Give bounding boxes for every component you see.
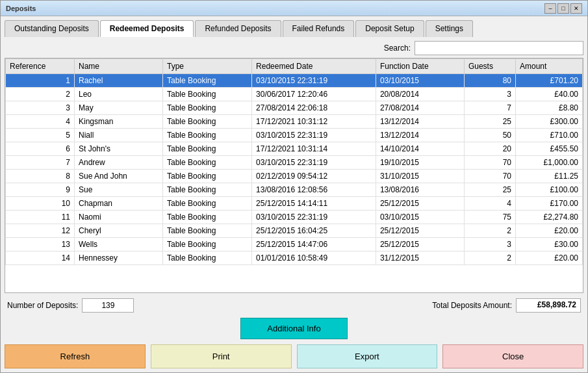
table-cell: £300.00: [516, 115, 583, 129]
table-cell: £2,274.80: [516, 211, 583, 224]
table-cell: Cheryl: [75, 224, 163, 238]
table-header: Reference Name Type Redeemed Date Functi…: [6, 59, 583, 74]
table-cell: 4: [6, 115, 75, 129]
minimize-button[interactable]: –: [544, 3, 556, 14]
table-cell: 2: [6, 88, 75, 101]
print-button[interactable]: Print: [151, 344, 292, 368]
table-row[interactable]: 3MayTable Booking27/08/2014 22:06:1827/0…: [6, 101, 583, 115]
table-row[interactable]: 8Sue And JohnTable Booking02/12/2019 09:…: [6, 170, 583, 183]
table-cell: 2: [464, 251, 515, 265]
table-cell: 27/08/2014 22:06:18: [252, 101, 376, 115]
maximize-button[interactable]: □: [557, 3, 569, 14]
table-cell: £30.00: [516, 238, 583, 251]
table-cell: 20/08/2014: [376, 88, 464, 101]
table-row[interactable]: 11NaomiTable Booking03/10/2015 22:31:190…: [6, 211, 583, 224]
table-row[interactable]: 5NiallTable Booking03/10/2015 22:31:1913…: [6, 129, 583, 142]
table-cell: Table Booking: [163, 115, 252, 129]
table-cell: 13/12/2014: [376, 115, 464, 129]
additional-info-button[interactable]: Additional Info: [240, 318, 347, 339]
table-row[interactable]: 9SueTable Booking13/08/2016 12:08:5613/0…: [6, 183, 583, 197]
col-amount: Amount: [516, 59, 583, 74]
table-cell: 31/10/2015: [376, 170, 464, 183]
table-cell: Table Booking: [163, 224, 252, 238]
total-deposits-label: Total Deposits Amount:: [432, 301, 512, 310]
table-cell: 03/10/2015 22:31:19: [252, 156, 376, 170]
table-cell: Hennessey: [75, 251, 163, 265]
search-label: Search:: [384, 44, 411, 53]
table-cell: 25/12/2015 14:47:06: [252, 238, 376, 251]
table-cell: 3: [6, 101, 75, 115]
table-cell: £455.50: [516, 142, 583, 156]
table-row[interactable]: 4KingsmanTable Booking17/12/2021 10:31:1…: [6, 115, 583, 129]
table-cell: Table Booking: [163, 183, 252, 197]
col-name: Name: [75, 59, 163, 74]
num-deposits-label: Number of Deposits:: [7, 301, 78, 310]
table-cell: Table Booking: [163, 156, 252, 170]
table-cell: 3: [464, 88, 515, 101]
table-cell: 50: [464, 129, 515, 142]
refresh-button[interactable]: Refresh: [5, 344, 146, 368]
table-row[interactable]: 2LeoTable Booking30/06/2017 12:20:4620/0…: [6, 88, 583, 101]
tab-refunded-deposits[interactable]: Refunded Deposits: [195, 20, 281, 37]
table-cell: 13/08/2016: [376, 183, 464, 197]
table-cell: £170.00: [516, 197, 583, 211]
table-cell: 13/12/2014: [376, 129, 464, 142]
title-bar: Deposits – □ ✕: [1, 1, 587, 16]
table-cell: £40.00: [516, 88, 583, 101]
tab-outstanding-deposits[interactable]: Outstanding Deposits: [5, 20, 99, 37]
table-cell: Naomi: [75, 211, 163, 224]
table-row[interactable]: 6St John'sTable Booking17/12/2021 10:31:…: [6, 142, 583, 156]
table-cell: 13: [6, 238, 75, 251]
deposits-table-container: Reference Name Type Redeemed Date Functi…: [5, 58, 583, 293]
table-cell: £20.00: [516, 251, 583, 265]
table-cell: Table Booking: [163, 211, 252, 224]
footer-info: Number of Deposits: Total Deposits Amoun…: [5, 297, 583, 314]
table-cell: Kingsman: [75, 115, 163, 129]
table-cell: Table Booking: [163, 129, 252, 142]
table-cell: 01/01/2016 10:58:49: [252, 251, 376, 265]
table-cell: £1,000.00: [516, 156, 583, 170]
close-button[interactable]: Close: [442, 344, 583, 368]
close-window-button[interactable]: ✕: [570, 3, 582, 14]
tab-settings[interactable]: Settings: [426, 20, 473, 37]
table-row[interactable]: 13WellsTable Booking25/12/2015 14:47:062…: [6, 238, 583, 251]
table-cell: 25/12/2015: [376, 238, 464, 251]
search-input[interactable]: [415, 41, 583, 55]
export-button[interactable]: Export: [297, 344, 438, 368]
table-cell: Table Booking: [163, 88, 252, 101]
table-cell: 3: [464, 238, 515, 251]
tab-redeemed-deposits[interactable]: Redeemed Deposits: [100, 20, 194, 37]
table-cell: Table Booking: [163, 251, 252, 265]
total-deposits-value: £58,898.72: [516, 298, 581, 313]
tab-deposit-setup[interactable]: Deposit Setup: [355, 20, 424, 37]
table-cell: Table Booking: [163, 101, 252, 115]
table-cell: 7: [6, 156, 75, 170]
content-area: Outstanding Deposits Redeemed Deposits R…: [1, 16, 587, 372]
table-cell: Table Booking: [163, 197, 252, 211]
table-cell: £11.25: [516, 170, 583, 183]
table-cell: 27/08/2014: [376, 101, 464, 115]
table-cell: 12: [6, 224, 75, 238]
table-cell: 80: [464, 74, 515, 88]
table-cell: 6: [6, 142, 75, 156]
table-row[interactable]: 14HennesseyTable Booking01/01/2016 10:58…: [6, 251, 583, 265]
table-cell: 25/12/2015: [376, 197, 464, 211]
table-cell: Rachel: [75, 74, 163, 88]
table-row[interactable]: 12CherylTable Booking25/12/2015 16:04:25…: [6, 224, 583, 238]
table-cell: 03/10/2015: [376, 74, 464, 88]
main-window: Deposits – □ ✕ Outstanding Deposits Rede…: [0, 0, 588, 373]
table-cell: Andrew: [75, 156, 163, 170]
table-row[interactable]: 7AndrewTable Booking03/10/2015 22:31:191…: [6, 156, 583, 170]
table-row[interactable]: 10ChapmanTable Booking25/12/2015 14:14:1…: [6, 197, 583, 211]
col-function-date: Function Date: [376, 59, 464, 74]
table-cell: 5: [6, 129, 75, 142]
footer-left: Number of Deposits:: [7, 298, 134, 313]
table-cell: Sue And John: [75, 170, 163, 183]
tab-bar: Outstanding Deposits Redeemed Deposits R…: [5, 20, 583, 37]
table-cell: 02/12/2019 09:54:12: [252, 170, 376, 183]
tab-failed-refunds[interactable]: Failed Refunds: [283, 20, 355, 37]
table-row[interactable]: 1RachelTable Booking03/10/2015 22:31:190…: [6, 74, 583, 88]
bottom-button-row: Refresh Print Export Close: [5, 344, 583, 368]
table-cell: Sue: [75, 183, 163, 197]
table-cell: 25/12/2015: [376, 224, 464, 238]
